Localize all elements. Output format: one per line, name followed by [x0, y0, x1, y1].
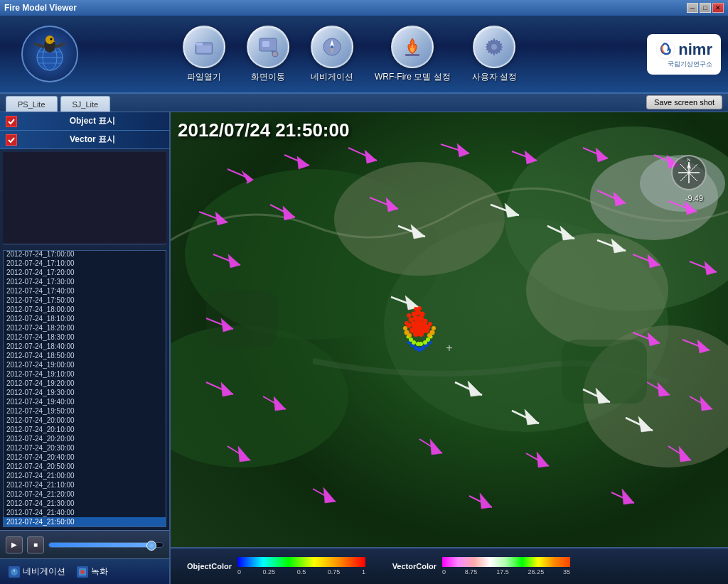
preview-area [3, 152, 166, 244]
time-list-item[interactable]: 2012-07-24_21:50:00 [4, 517, 166, 526]
time-list-item[interactable]: 2012-07-24_21:00:00 [4, 471, 166, 480]
progress-bar[interactable] [48, 542, 164, 548]
minimize-button[interactable]: ─ [687, 3, 698, 13]
vector-tick-labels: 0 8.75 17.5 26.25 35 [442, 568, 570, 575]
map-area[interactable]: 2012/07/24 21:50:00 [171, 112, 728, 584]
nav-item-navigation[interactable]: 네비게이션 [311, 26, 353, 83]
time-list-item[interactable]: 2012-07-24_18:40:00 [4, 342, 166, 351]
close-button[interactable]: ✕ [712, 3, 724, 13]
main-area: Object 표시 Vector 표시 2012-07-24_17:00:002… [0, 112, 728, 584]
time-list-item[interactable]: 2012-07-24_18:50:00 [4, 351, 166, 360]
nav-bottom-recording-label: 녹화 [91, 566, 108, 578]
nav-bottom-navigation-label: 네비게이션 [23, 566, 65, 578]
svg-point-118 [420, 328, 426, 333]
time-list-item[interactable]: 2012-07-24_20:00:00 [4, 416, 166, 425]
svg-point-13 [272, 51, 278, 57]
object-gradient-bar [237, 557, 365, 567]
object-tick-labels: 0 0.25 0.5 0.75 1 [237, 568, 365, 575]
navigation-icon [311, 26, 353, 68]
svg-point-22 [80, 570, 85, 574]
time-list-item[interactable]: 2012-07-24_18:20:00 [4, 323, 166, 332]
title-bar-buttons: ─ □ ✕ [687, 3, 724, 13]
nimr-subtitle: 국립기상연구소 [668, 60, 712, 69]
nav-label-wrf-fire: WRF-Fire 모델 설정 [375, 71, 451, 83]
nimr-logo: nimr 국립기상연구소 [607, 34, 721, 75]
map-bottom-bar: ObjectColor 0 0.25 0.5 0.75 1 VectorColo… [171, 547, 728, 584]
vector-display-row[interactable]: Vector 표시 [0, 131, 169, 149]
svg-point-103 [409, 318, 414, 323]
svg-point-74 [421, 346, 425, 350]
time-list-item[interactable]: 2012-07-24_17:00:00 [4, 250, 166, 259]
time-list-item[interactable]: 2012-07-24_18:10:00 [4, 314, 166, 323]
left-panel: Object 표시 Vector 표시 2012-07-24_17:00:002… [0, 112, 171, 584]
nav-item-wrf-fire[interactable]: WRF-Fire 모델 설정 [375, 26, 451, 83]
time-list-item[interactable]: 2012-07-24_19:20:00 [4, 379, 166, 388]
toolbar: 파일열기 화면이동 [0, 16, 728, 94]
time-list-item[interactable]: 2012-07-24_20:40:00 [4, 453, 166, 462]
tab-sj-lite[interactable]: SJ_Lite [60, 96, 111, 112]
time-list-item[interactable]: 2012-07-24_17:20:00 [4, 268, 166, 277]
svg-point-110 [414, 307, 418, 311]
time-list-item[interactable]: 2012-07-24_21:30:00 [4, 499, 166, 508]
time-list-item[interactable]: 2012-07-24_19:30:00 [4, 388, 166, 397]
svg-point-109 [420, 312, 425, 317]
time-list-item[interactable]: 2012-07-24_20:20:00 [4, 434, 166, 443]
svg-point-82 [426, 337, 430, 342]
time-list-item[interactable]: 2012-07-24_21:40:00 [4, 508, 166, 517]
object-color-legend: ObjectColor 0 0.25 0.5 0.75 1 [182, 557, 365, 575]
svg-rect-9 [196, 43, 203, 45]
nav-bottom-navigation[interactable]: 네비게이션 [4, 564, 70, 579]
nav-bottom-recording[interactable]: 녹화 [73, 564, 112, 579]
time-list-item[interactable]: 2012-07-24_21:20:00 [4, 490, 166, 499]
play-button[interactable]: ▶ [6, 536, 23, 553]
svg-point-6 [46, 36, 54, 44]
svg-rect-31 [562, 340, 647, 404]
object-display-row[interactable]: Object 표시 [0, 112, 169, 131]
time-list-item[interactable]: 2012-07-24_20:30:00 [4, 443, 166, 453]
svg-rect-30 [206, 290, 277, 347]
svg-point-112 [407, 313, 411, 318]
svg-point-119 [412, 323, 417, 328]
time-list-item[interactable]: 2012-07-24_18:00:00 [4, 305, 166, 314]
svg-rect-10 [197, 45, 211, 53]
time-list-item[interactable]: 2012-07-24_17:30:00 [4, 277, 166, 286]
svg-point-117 [413, 331, 419, 337]
vector-gradient-bar [442, 557, 570, 567]
time-list-item[interactable]: 2012-07-24_20:10:00 [4, 425, 166, 434]
vector-display-checkbox[interactable] [6, 134, 17, 146]
folder-icon [183, 26, 225, 68]
svg-point-80 [412, 340, 416, 345]
tab-ps-lite[interactable]: PS_Lite [6, 96, 58, 112]
save-screenshot-button[interactable]: Save screen shot [646, 95, 722, 109]
svg-point-114 [405, 321, 409, 325]
time-list-item[interactable]: 2012-07-24_21:10:00 [4, 480, 166, 490]
svg-point-113 [428, 322, 432, 326]
object-color-scale: 0 0.25 0.5 0.75 1 [237, 557, 365, 575]
nav-item-screen-move[interactable]: 화면이동 [247, 26, 289, 83]
object-display-label: Object 표시 [21, 115, 164, 127]
svg-rect-12 [262, 41, 269, 47]
time-list-item[interactable]: 2012-07-24_19:10:00 [4, 369, 166, 379]
time-list-item[interactable]: 2012-07-24_20:50:00 [4, 462, 166, 471]
logo-area [7, 26, 92, 82]
tabs-row: PS_Lite SJ_Lite Save screen shot [0, 94, 728, 112]
time-list-item[interactable]: 2012-07-24_19:00:00 [4, 360, 166, 369]
time-list-item[interactable]: 2012-07-24_17:40:00 [4, 286, 166, 296]
compass: N [671, 155, 707, 190]
time-list-item[interactable]: 2012-07-24_18:30:00 [4, 332, 166, 342]
svg-rect-16 [405, 54, 419, 56]
svg-point-88 [407, 333, 412, 337]
nav-item-file-open[interactable]: 파일열기 [183, 26, 225, 83]
object-display-checkbox[interactable] [6, 116, 17, 127]
playback-bar: ▶ ■ [0, 530, 169, 558]
time-list-item[interactable]: 2012-07-24_17:10:00 [4, 259, 166, 268]
time-list[interactable]: 2012-07-24_17:00:002012-07-24_17:10:0020… [3, 250, 166, 527]
nav-bottom-navigation-icon [9, 566, 20, 578]
nav-item-user-settings[interactable]: 사용자 설정 [472, 26, 517, 83]
time-list-item[interactable]: 2012-07-24_17:50:00 [4, 296, 166, 305]
maximize-button[interactable]: □ [700, 3, 711, 13]
time-list-item[interactable]: 2012-07-24_19:50:00 [4, 406, 166, 416]
toolbar-nav: 파일열기 화면이동 [92, 26, 607, 83]
time-list-item[interactable]: 2012-07-24_19:40:00 [4, 397, 166, 406]
stop-button[interactable]: ■ [27, 536, 44, 553]
